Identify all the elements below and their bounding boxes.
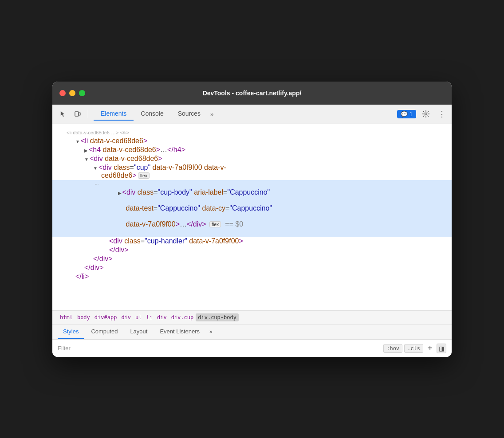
filter-actions: :hov .cls + ◨ bbox=[383, 344, 446, 353]
settings-button[interactable] bbox=[420, 108, 432, 120]
html-line-div-cup[interactable]: ▼<div class="cup" data-v-7a0f9f00 data-v… bbox=[52, 163, 452, 180]
bottom-tabs: Styles Computed Layout Event Listeners » bbox=[52, 325, 452, 340]
tab-layout[interactable]: Layout bbox=[125, 325, 153, 339]
line-content: </div> bbox=[84, 264, 448, 272]
elements-panel: <li data-v-ced68de6 …> </li> ▼<li data-v… bbox=[52, 124, 452, 310]
notification-badge[interactable]: 💬 1 bbox=[397, 110, 416, 118]
window-title: DevTools - coffee-cart.netlify.app/ bbox=[203, 90, 302, 97]
hov-button[interactable]: :hov bbox=[383, 344, 402, 353]
breadcrumb-divcup[interactable]: div.cup bbox=[169, 313, 196, 321]
line-gutter bbox=[65, 137, 75, 137]
html-line-cup-handler[interactable]: <div class="cup-handler" data-v-7a0f9f00… bbox=[52, 237, 452, 246]
line-content: </div> bbox=[93, 255, 448, 263]
top-partial: <li data-v-ced68de6 …> </li> bbox=[67, 130, 129, 135]
traffic-lights bbox=[59, 90, 85, 96]
html-line-div-outer[interactable]: ▼<div data-v-ced68de6> bbox=[52, 154, 452, 163]
sidebar-icon: ◨ bbox=[439, 345, 445, 352]
line-content: ▶<div class="cup-body" aria-label="Cappu… bbox=[102, 180, 448, 236]
html-line-li[interactable]: ▼<li data-v-ced68de6> bbox=[52, 137, 452, 145]
breadcrumb-divapp[interactable]: div#app bbox=[92, 313, 119, 321]
tab-event-listeners[interactable]: Event Listeners bbox=[154, 325, 205, 339]
cls-button[interactable]: .cls bbox=[404, 344, 423, 353]
notification-icon: 💬 bbox=[401, 111, 408, 117]
more-options-icon: ⋮ bbox=[438, 109, 446, 119]
svg-rect-0 bbox=[75, 112, 79, 116]
line-gutter bbox=[83, 164, 93, 164]
breadcrumb-div2[interactable]: div bbox=[155, 313, 169, 321]
breadcrumb-ul[interactable]: ul bbox=[133, 313, 144, 321]
flex-badge[interactable]: flex bbox=[138, 172, 150, 179]
line-gutter bbox=[65, 273, 75, 273]
toolbar-tabs: Elements Console Sources » bbox=[94, 107, 216, 121]
breadcrumb-li[interactable]: li bbox=[144, 313, 155, 321]
line-content: ▶<h4 data-v-ced68de6>…</h4> bbox=[84, 146, 448, 154]
html-line-top[interactable]: <li data-v-ced68de6 …> </li> bbox=[52, 128, 452, 137]
tab-styles[interactable]: Styles bbox=[58, 325, 84, 339]
collapse-triangle: ▼ bbox=[84, 157, 89, 162]
breadcrumb-html[interactable]: html bbox=[58, 313, 75, 321]
filter-input[interactable] bbox=[58, 345, 380, 352]
html-line-close-li[interactable]: </li> bbox=[52, 272, 452, 281]
line-gutter: ··· bbox=[91, 180, 102, 187]
line-content: ▼<li data-v-ced68de6> bbox=[75, 137, 448, 145]
line-content: </li> bbox=[75, 273, 448, 281]
html-line-cup-body-selected[interactable]: ··· ▶<div class="cup-body" aria-label="C… bbox=[52, 180, 452, 237]
breadcrumb-divcupbody[interactable]: div.cup-body bbox=[196, 313, 239, 321]
line-content: </div> bbox=[102, 246, 448, 254]
notification-count: 1 bbox=[410, 111, 413, 117]
line-content: ▼<div class="cup" data-v-7a0f9f00 data-v… bbox=[93, 164, 448, 180]
line-gutter bbox=[91, 246, 102, 246]
svg-rect-1 bbox=[79, 113, 80, 115]
breadcrumb-body[interactable]: body bbox=[75, 313, 92, 321]
flex-badge-selected[interactable]: flex bbox=[209, 221, 221, 227]
line-gutter bbox=[74, 264, 84, 264]
line-gutter bbox=[83, 255, 93, 255]
html-line-close-div-3[interactable]: </div> bbox=[52, 263, 452, 272]
breadcrumb: html body div#app div ul li div div.cup … bbox=[52, 310, 452, 325]
line-gutter bbox=[74, 146, 84, 146]
minimize-button[interactable] bbox=[69, 90, 75, 96]
line-gutter bbox=[56, 128, 67, 129]
line-content: <div class="cup-handler" data-v-7a0f9f00… bbox=[102, 237, 448, 245]
expand-triangle: ▶ bbox=[84, 148, 88, 153]
devtools-window: DevTools - coffee-cart.netlify.app/ Elem… bbox=[52, 82, 452, 357]
line-gutter bbox=[91, 237, 102, 238]
cursor-icon[interactable] bbox=[56, 107, 69, 121]
tab-sources[interactable]: Sources bbox=[171, 107, 208, 121]
tab-more-button[interactable]: » bbox=[208, 109, 216, 119]
html-line-close-div-1[interactable]: </div> bbox=[52, 246, 452, 254]
tab-more[interactable]: » bbox=[207, 326, 215, 337]
tab-computed[interactable]: Computed bbox=[86, 325, 123, 339]
title-bar: DevTools - coffee-cart.netlify.app/ bbox=[52, 82, 452, 105]
toolbar-right: 💬 1 ⋮ bbox=[397, 108, 448, 120]
more-options-button[interactable]: ⋮ bbox=[436, 108, 448, 120]
html-line-close-div-2[interactable]: </div> bbox=[52, 254, 452, 263]
maximize-button[interactable] bbox=[79, 90, 85, 96]
filter-bar: :hov .cls + ◨ bbox=[52, 340, 452, 357]
collapse-triangle: ▼ bbox=[75, 139, 80, 144]
line-content: ▼<div data-v-ced68de6> bbox=[84, 155, 448, 163]
html-line-h4[interactable]: ▶<h4 data-v-ced68de6>…</h4> bbox=[52, 145, 452, 154]
add-style-button[interactable]: + bbox=[425, 344, 435, 353]
svg-point-2 bbox=[425, 113, 427, 115]
breadcrumb-div1[interactable]: div bbox=[119, 313, 133, 321]
sidebar-toggle-button[interactable]: ◨ bbox=[437, 344, 446, 353]
tab-console[interactable]: Console bbox=[134, 107, 170, 121]
expand-triangle: ▶ bbox=[118, 191, 122, 196]
line-gutter bbox=[74, 155, 84, 155]
line-content: <li data-v-ced68de6 …> </li> bbox=[67, 128, 448, 136]
toolbar-divider bbox=[88, 110, 88, 118]
collapse-triangle: ▼ bbox=[93, 166, 98, 171]
tab-elements[interactable]: Elements bbox=[94, 107, 134, 121]
device-icon[interactable] bbox=[71, 107, 84, 121]
close-button[interactable] bbox=[59, 90, 66, 96]
toolbar: Elements Console Sources » 💬 1 ⋮ bbox=[52, 105, 452, 124]
